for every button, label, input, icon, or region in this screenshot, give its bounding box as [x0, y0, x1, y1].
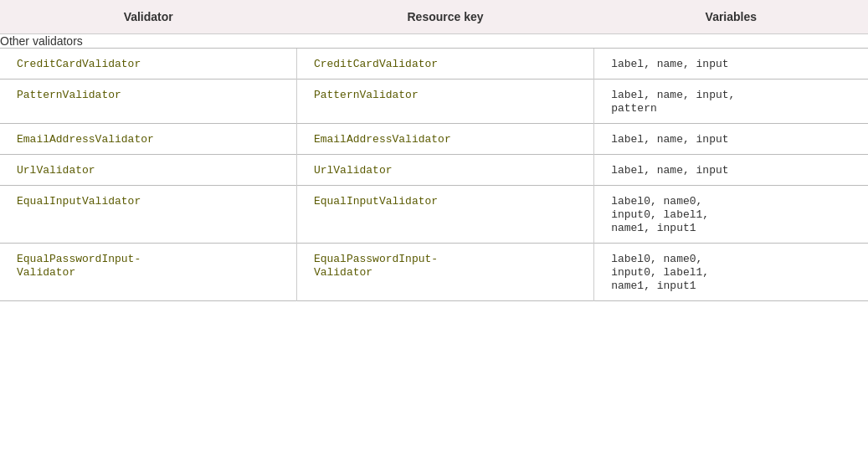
table-row: EmailAddressValidatorEmailAddressValidat…	[0, 124, 868, 155]
resource-key-cell: EqualPasswordInput-Validator	[296, 244, 593, 301]
table-row: EqualInputValidatorEqualInputValidatorla…	[0, 186, 868, 244]
validator-cell: PatternValidator	[0, 80, 296, 124]
resource-key-value: EqualInputValidator	[314, 195, 438, 208]
variables-value: label, name, input,pattern	[611, 89, 735, 115]
validator-value: EmailAddressValidator	[17, 133, 154, 146]
validator-value: CreditCardValidator	[17, 58, 141, 70]
table-row: PatternValidatorPatternValidatorlabel, n…	[0, 80, 868, 124]
col-header-resource-key: Resource key	[296, 0, 593, 34]
final-divider-row	[0, 301, 868, 302]
variables-value: label, name, input	[611, 164, 728, 177]
validator-cell: EqualPasswordInput-Validator	[0, 244, 296, 301]
resource-key-value: CreditCardValidator	[314, 58, 438, 70]
validator-value: EqualPasswordInput-Validator	[17, 253, 141, 279]
resource-key-value: PatternValidator	[314, 89, 419, 101]
validator-cell: CreditCardValidator	[0, 49, 296, 80]
variables-cell: label, name, input	[594, 155, 868, 186]
validator-cell: EmailAddressValidator	[0, 124, 296, 155]
variables-cell: label0, name0,input0, label1,name1, inpu…	[594, 244, 868, 301]
table-header-row: Validator Resource key Variables	[0, 0, 868, 34]
resource-key-value: UrlValidator	[314, 164, 393, 177]
resource-key-cell: CreditCardValidator	[296, 49, 593, 80]
variables-value: label, name, input	[611, 58, 728, 70]
validator-value: UrlValidator	[17, 164, 95, 177]
resource-key-value: EmailAddressValidator	[314, 133, 451, 146]
table-row: UrlValidatorUrlValidatorlabel, name, inp…	[0, 155, 868, 186]
validator-value: EqualInputValidator	[17, 195, 141, 208]
variables-value: label0, name0,input0, label1,name1, inpu…	[611, 195, 709, 234]
col-header-validator: Validator	[0, 0, 296, 34]
variables-value: label, name, input	[611, 133, 728, 146]
variables-cell: label, name, input	[594, 124, 868, 155]
resource-key-cell: PatternValidator	[296, 80, 593, 124]
validators-table: Validator Resource key Variables Other v…	[0, 0, 868, 301]
resource-key-value: EqualPasswordInput-Validator	[314, 253, 438, 279]
validator-cell: EqualInputValidator	[0, 186, 296, 244]
resource-key-cell: EqualInputValidator	[296, 186, 593, 244]
table-row: CreditCardValidatorCreditCardValidatorla…	[0, 49, 868, 80]
validator-value: PatternValidator	[17, 89, 121, 101]
section-title: Other validators	[0, 34, 868, 49]
variables-value: label0, name0,input0, label1,name1, inpu…	[611, 253, 709, 292]
validator-cell: UrlValidator	[0, 155, 296, 186]
col-header-variables: Variables	[594, 0, 868, 34]
section-header-row: Other validators	[0, 34, 868, 49]
table-row: EqualPasswordInput-ValidatorEqualPasswor…	[0, 244, 868, 301]
variables-cell: label, name, input	[594, 49, 868, 80]
variables-cell: label0, name0,input0, label1,name1, inpu…	[594, 186, 868, 244]
variables-cell: label, name, input,pattern	[594, 80, 868, 124]
resource-key-cell: EmailAddressValidator	[296, 124, 593, 155]
resource-key-cell: UrlValidator	[296, 155, 593, 186]
